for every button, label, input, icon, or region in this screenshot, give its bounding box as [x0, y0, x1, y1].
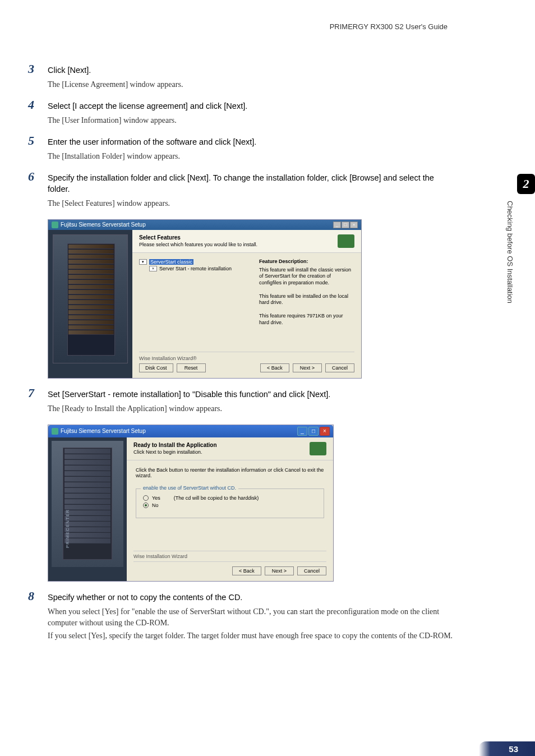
chapter-badge: 2 — [517, 174, 535, 194]
step-number-3: 3 — [28, 62, 34, 76]
tree-item-classic[interactable]: ServerStart classic — [149, 259, 193, 265]
maximize-button[interactable]: □ — [308, 427, 319, 436]
step-number-8: 8 — [28, 589, 34, 603]
feature-description: Feature Description: This feature will i… — [259, 259, 354, 343]
chapter-label: Checking before OS Installation — [506, 195, 524, 307]
desc-title: Feature Description: — [259, 259, 354, 265]
radio-no[interactable] — [143, 503, 149, 508]
wise-label: Wise Installation Wizard® — [139, 356, 197, 361]
serverstart-logo — [310, 442, 326, 455]
dialog1-title: Fujitsu Siemens Serverstart Setup — [61, 222, 146, 228]
groupbox-title: enable the use of ServerStart without CD… — [141, 485, 238, 491]
next-button[interactable]: Next > — [265, 566, 294, 575]
close-button[interactable]: × — [350, 222, 358, 228]
maximize-button[interactable]: □ — [342, 222, 349, 228]
feature-tree: ▾ ServerStart classic × Server Start - r… — [139, 259, 253, 343]
next-button[interactable]: Next > — [293, 363, 322, 372]
enable-cd-groupbox: enable the use of ServerStart without CD… — [136, 488, 324, 518]
page-footer: 53 — [479, 741, 535, 756]
dialog1-left-panel — [48, 230, 132, 378]
tree-disable-icon[interactable]: × — [149, 266, 157, 271]
app-icon — [52, 428, 58, 435]
minimize-button[interactable]: _ — [297, 427, 307, 436]
reset-button[interactable]: Reset — [177, 363, 206, 372]
step-8-desc-1: When you select [Yes] for "enable the us… — [48, 606, 453, 628]
server-rack-image: PRIMECENTER — [52, 441, 123, 567]
dialog1-titlebar: Fujitsu Siemens Serverstart Setup _ □ × — [48, 220, 361, 230]
dialog1-header-sub: Please select which features you would l… — [139, 242, 257, 247]
close-button[interactable]: × — [320, 427, 330, 436]
step-4-title: Select [I accept the license agreement] … — [48, 100, 453, 112]
page-number: 53 — [509, 744, 518, 754]
step-7-title: Set [ServerStart - remote installation] … — [48, 389, 453, 400]
tree-item-remote[interactable]: Server Start - remote installation — [159, 266, 232, 271]
select-features-dialog: Fujitsu Siemens Serverstart Setup _ □ × — [48, 219, 362, 379]
cancel-button[interactable]: Cancel — [297, 566, 326, 575]
radio-yes-label: Yes — [152, 495, 160, 501]
step-3-title: Click [Next]. — [48, 64, 453, 76]
step-3-desc: The [License Agreement] window appears. — [48, 79, 453, 90]
ready-install-dialog: Fujitsu Siemens Serverstart Setup _ □ × — [48, 425, 334, 582]
desc-text-1: This feature will install the classic ve… — [259, 267, 354, 287]
cancel-button[interactable]: Cancel — [325, 363, 354, 372]
dialog2-header-sub: Click Next to begin installation. — [133, 449, 217, 455]
step-6-title: Specify the installation folder and clic… — [48, 172, 453, 195]
step-6-desc: The [Select Features] window appears. — [48, 198, 453, 209]
tree-dropdown-icon[interactable]: ▾ — [139, 259, 147, 265]
back-button[interactable]: < Back — [232, 566, 261, 575]
app-icon — [52, 222, 58, 228]
dialog2-title: Fujitsu Siemens Serverstart Setup — [61, 428, 146, 434]
step-number-5: 5 — [28, 133, 34, 148]
radio-yes[interactable] — [143, 495, 149, 501]
wise-label: Wise Installation Wizard — [133, 554, 326, 559]
radio-yes-note: (The cd will be copied to the harddisk) — [174, 495, 259, 501]
step-4-desc: The [User Information] window appears. — [48, 115, 453, 126]
serverstart-logo — [338, 234, 354, 248]
rack-label: PRIMECENTER — [65, 509, 70, 548]
step-8-title: Specify whether or not to copy the conte… — [48, 592, 453, 603]
chapter-number: 2 — [523, 177, 529, 191]
dialog2-titlebar: Fujitsu Siemens Serverstart Setup _ □ × — [48, 425, 333, 437]
step-8-desc-2: If you select [Yes], specify the target … — [48, 630, 453, 642]
disk-cost-button[interactable]: Disk Cost — [139, 363, 173, 372]
dialog1-header-title: Select Features — [139, 234, 257, 241]
step-5-title: Enter the user information of the softwa… — [48, 136, 453, 147]
step-number-6: 6 — [28, 169, 34, 184]
desc-text-3: This feature requires 7971KB on your har… — [259, 313, 354, 326]
dialog2-header-title: Ready to Install the Application — [133, 442, 217, 448]
dialog2-content-text: Click the Back button to reenter the ins… — [136, 467, 324, 478]
step-5-desc: The [Installation Folder] window appears… — [48, 151, 453, 162]
desc-text-2: This feature will be installed on the lo… — [259, 293, 354, 306]
page-header: PRIMERGY RX300 S2 User's Guide — [28, 22, 453, 31]
step-number-4: 4 — [28, 98, 34, 112]
minimize-button[interactable]: _ — [333, 222, 341, 228]
back-button[interactable]: < Back — [260, 363, 289, 372]
side-tab: 2 Checking before OS Installation — [506, 174, 535, 307]
server-rack-image — [53, 234, 128, 363]
step-7-desc: The [Ready to Install the Application] w… — [48, 403, 453, 414]
dialog2-left-panel: PRIMECENTER — [48, 437, 127, 581]
step-number-7: 7 — [28, 386, 34, 400]
radio-no-label: No — [152, 503, 159, 508]
